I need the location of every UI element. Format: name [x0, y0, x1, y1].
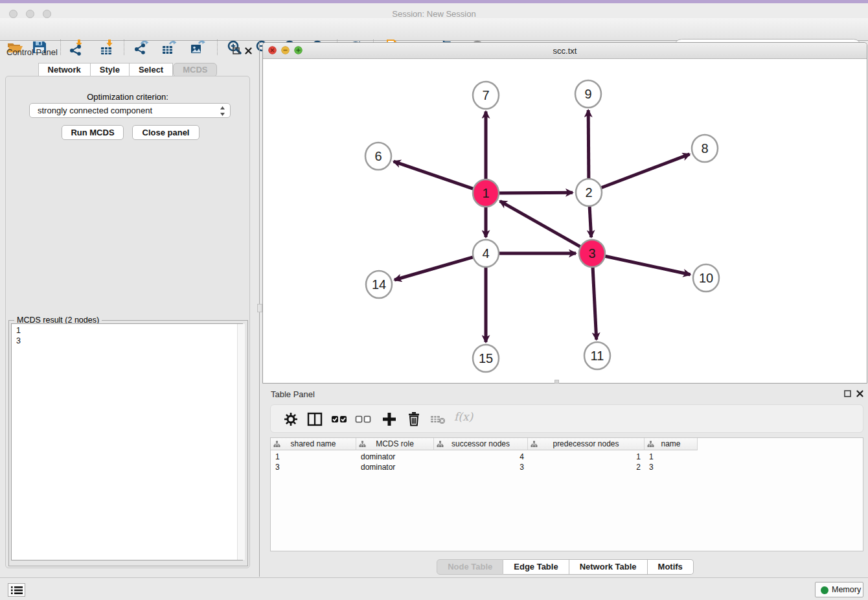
graph-node-14[interactable]: 14: [366, 271, 392, 298]
mcds-result-scrollbar[interactable]: [237, 324, 245, 560]
graph-node-3[interactable]: 3: [579, 240, 605, 267]
cell-MCDS-role[interactable]: dominator: [356, 463, 434, 472]
optimization-criterion-select[interactable]: strongly connected component: [29, 103, 231, 118]
select-all-icon[interactable]: [331, 411, 348, 428]
mcds-result-text[interactable]: 1 3: [11, 323, 243, 560]
column-panel-icon[interactable]: [306, 411, 323, 428]
network-window-titlebar: scc.txt: [263, 43, 867, 59]
network-window-title: scc.txt: [263, 46, 867, 56]
graph-edge-2-3[interactable]: [589, 205, 591, 237]
svg-text:3: 3: [588, 246, 595, 260]
svg-text:6: 6: [374, 149, 382, 163]
close-table-panel-icon[interactable]: [856, 390, 863, 397]
tab-network[interactable]: Network: [38, 63, 91, 77]
app-title: Session: New Session: [0, 9, 868, 19]
graph-edge-4-14[interactable]: [394, 257, 474, 280]
run-mcds-button[interactable]: Run MCDS: [62, 125, 124, 140]
control-panel-tabs: NetworkStyleSelectMCDS: [0, 63, 255, 77]
graph-edge-2-8[interactable]: [600, 154, 690, 188]
svg-text:8: 8: [701, 141, 708, 156]
mcds-tab-content: Optimization criterion: strongly connect…: [5, 76, 250, 568]
memory-button[interactable]: Memory: [815, 582, 863, 597]
column-header-name[interactable]: name: [645, 438, 698, 450]
graph-node-4[interactable]: 4: [473, 240, 499, 267]
column-header-predecessor-nodes[interactable]: predecessor nodes: [528, 438, 645, 450]
list-icon: [11, 586, 23, 595]
table-panel: Table Panel: [262, 386, 868, 577]
svg-text:15: 15: [479, 351, 493, 365]
select-stepper-icon: [220, 106, 225, 116]
canvas-resize-handle[interactable]: [554, 380, 559, 384]
delete-table-icon[interactable]: [429, 411, 446, 428]
cell-successor-nodes[interactable]: 3: [434, 463, 528, 472]
graph-edge-3-11[interactable]: [593, 266, 597, 340]
table-toolbar: f(x): [270, 404, 863, 433]
graph-edge-1-6[interactable]: [394, 161, 474, 189]
graph-node-15[interactable]: 15: [473, 345, 499, 372]
graph-edge-3-1[interactable]: [500, 201, 582, 247]
float-table-panel-icon[interactable]: [844, 390, 851, 397]
svg-text:9: 9: [584, 87, 591, 101]
table-panel-title: Table Panel: [271, 389, 315, 399]
cell-shared-name[interactable]: 1: [271, 452, 356, 462]
table-row[interactable]: 1dominator411: [271, 452, 698, 462]
tab-node-table[interactable]: Node Table: [437, 559, 503, 575]
flat-list-icon: [437, 441, 444, 448]
flat-list-icon: [531, 441, 538, 448]
column-header-shared-name[interactable]: shared name: [271, 438, 356, 450]
float-panel-icon[interactable]: [233, 47, 240, 54]
app-titlebar: Session: New Session: [0, 3, 868, 18]
column-header-MCDS-role[interactable]: MCDS role: [356, 438, 434, 450]
delete-column-icon[interactable]: [405, 411, 422, 428]
table-header-row: shared nameMCDS rolesuccessor nodesprede…: [271, 438, 698, 450]
mcds-result-group: MCDS result (2 nodes) 1 3: [8, 320, 248, 566]
tab-network-table[interactable]: Network Table: [569, 559, 648, 575]
cell-shared-name[interactable]: 3: [271, 463, 356, 472]
graph-node-8[interactable]: 8: [692, 135, 718, 162]
memory-status-dot: [821, 586, 828, 594]
graph-node-7[interactable]: 7: [473, 82, 499, 109]
cell-predecessor-nodes[interactable]: 1: [528, 452, 645, 462]
cell-predecessor-nodes[interactable]: 2: [528, 463, 645, 472]
task-history-button[interactable]: [8, 583, 25, 597]
tab-motifs[interactable]: Motifs: [648, 559, 694, 575]
node-table[interactable]: shared nameMCDS rolesuccessor nodesprede…: [270, 437, 863, 551]
unselect-all-icon[interactable]: [355, 411, 372, 428]
tab-edge-table[interactable]: Edge Table: [503, 559, 569, 575]
graph-edge-2-9[interactable]: [588, 110, 589, 180]
svg-text:1: 1: [482, 186, 489, 200]
network-canvas[interactable]: 1234678910111415: [263, 58, 867, 383]
graph-node-11[interactable]: 11: [584, 342, 610, 369]
optimization-criterion-value: strongly connected component: [38, 106, 152, 115]
split-divider-handle[interactable]: [257, 304, 262, 312]
cell-successor-nodes[interactable]: 4: [434, 452, 528, 462]
graph-node-9[interactable]: 9: [575, 80, 601, 108]
function-builder-icon[interactable]: f(x): [454, 410, 473, 423]
graph-node-6[interactable]: 6: [365, 143, 391, 170]
svg-text:11: 11: [591, 349, 604, 363]
close-panel-icon[interactable]: [245, 47, 252, 54]
settings-gear-icon[interactable]: [282, 411, 299, 428]
close-panel-button[interactable]: Close panel: [132, 125, 200, 140]
cell-MCDS-role[interactable]: dominator: [356, 452, 434, 462]
tab-select[interactable]: Select: [130, 63, 173, 77]
svg-text:2: 2: [585, 185, 592, 200]
tab-mcds[interactable]: MCDS: [173, 63, 217, 77]
table-panel-tabs: Node TableEdge TableNetwork TableMotifs: [262, 559, 868, 575]
graph-node-10[interactable]: 10: [693, 264, 719, 292]
table-row[interactable]: 3dominator323: [271, 463, 698, 472]
graph-node-1[interactable]: 1: [473, 179, 499, 207]
graph-node-2[interactable]: 2: [576, 179, 602, 206]
tab-style[interactable]: Style: [91, 63, 130, 77]
svg-text:14: 14: [372, 277, 386, 292]
svg-text:10: 10: [699, 271, 713, 285]
optimization-criterion-label: Optimization criterion:: [6, 92, 249, 102]
graph-edge-1-2[interactable]: [498, 192, 573, 193]
cell-name[interactable]: 1: [645, 452, 698, 462]
cell-name[interactable]: 3: [645, 463, 698, 472]
flat-list-icon: [359, 441, 366, 448]
flat-list-icon: [273, 441, 280, 448]
add-column-icon[interactable]: [381, 411, 398, 428]
graph-edge-3-10[interactable]: [604, 256, 691, 275]
column-header-successor-nodes[interactable]: successor nodes: [434, 438, 528, 450]
